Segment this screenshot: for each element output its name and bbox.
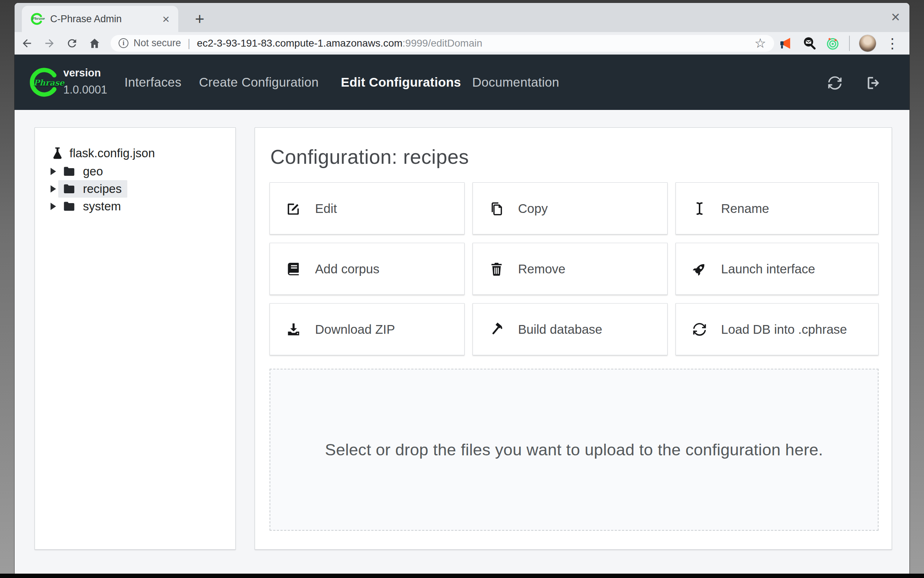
dropzone-hint: Select or drop the files you want to upl… [325,440,823,459]
profile-avatar[interactable] [859,35,876,52]
tree-root-label: flask.config.json [70,146,155,160]
url-host: ec2-3-93-191-83.compute-1.amazonaws.com [197,37,402,49]
security-status: Not secure [134,37,181,49]
page-title: Configuration: recipes [270,145,469,169]
copy-icon [489,201,504,216]
sign-out-icon [865,75,881,91]
action-grid: Edit Copy Rename Add corpus [270,182,879,355]
sign-out-button[interactable] [865,75,881,91]
load-db-button[interactable]: Load DB into .cphrase [676,303,879,355]
logo-script-text: Phrase [34,78,65,88]
cphrase-logo: Phrase [30,68,59,97]
edit-icon [286,201,301,216]
desktop-bottom-strip [0,574,924,578]
file-dropzone[interactable]: Select or drop the files you want to upl… [270,369,879,531]
nav-documentation[interactable]: Documentation [472,55,559,110]
refresh-button[interactable] [827,75,843,91]
edit-button[interactable]: Edit [270,182,464,234]
extensions-area: ⋮ [779,35,902,52]
config-tree-panel: flask.config.json geo recipes system [34,127,236,550]
flask-icon [50,146,65,160]
folder-icon [63,200,76,213]
url-path: :9999/editDomain [402,37,754,49]
browser-tab[interactable]: Phrase C-Phrase Admin × [22,6,178,32]
download-zip-button[interactable]: Download ZIP [270,303,464,355]
url-divider: | [188,37,191,49]
book-icon [286,261,301,277]
version-block: version 1.0.0001 [63,67,107,96]
tree-item-geo[interactable]: geo [50,163,235,180]
window-close-icon[interactable]: × [891,10,900,25]
rocket-icon [692,261,707,277]
folder-icon [63,182,76,195]
add-corpus-button[interactable]: Add corpus [270,243,464,295]
hammer-icon [489,322,504,337]
nav-edit-configurations[interactable]: Edit Configurations [341,55,461,110]
copy-button[interactable]: Copy [473,182,668,234]
version-label: version [63,67,107,79]
app-header: Phrase version 1.0.0001 Interfaces Creat… [15,55,909,110]
tab-close-icon[interactable]: × [162,13,170,25]
configuration-panel: Configuration: recipes Edit Copy Rename [255,127,892,550]
sync-icon [692,322,707,337]
cphrase-favicon-icon: Phrase [31,13,43,25]
build-database-button[interactable]: Build database [473,303,668,355]
tab-title: C-Phrase Admin [50,13,162,25]
back-button[interactable] [17,33,37,54]
site-info-icon[interactable]: i [118,38,128,48]
megaphone-extension-icon[interactable] [779,36,793,50]
forward-arrow-icon [43,37,56,49]
caret-right-icon[interactable] [50,168,56,175]
target-extension-icon[interactable] [826,36,840,50]
new-tab-button[interactable]: + [195,11,204,27]
reload-button[interactable] [62,33,82,54]
remove-button[interactable]: Remove [473,243,668,295]
trash-icon [489,261,504,277]
home-icon [88,37,101,49]
text-cursor-icon [692,201,707,216]
download-icon [286,322,301,337]
tab-strip: Phrase C-Phrase Admin × + × [15,3,909,32]
tree-item-system[interactable]: system [50,198,235,215]
browser-window: Phrase C-Phrase Admin × + × i Not secure… [15,3,909,574]
folder-label: system [83,200,121,213]
launch-interface-button[interactable]: Launch interface [676,243,879,295]
mail-search-extension-icon[interactable] [803,36,816,50]
reload-icon [66,37,78,49]
version-number: 1.0.0001 [63,83,107,96]
browser-toolbar: i Not secure | ec2-3-93-191-83.compute-1… [15,32,909,55]
folder-icon [63,165,76,178]
tree-item-flask-config[interactable]: flask.config.json [50,144,235,163]
nav-interfaces[interactable]: Interfaces [125,55,181,110]
sync-icon [827,75,843,91]
caret-right-icon[interactable] [50,185,56,193]
nav-create-configuration[interactable]: Create Configuration [199,55,319,110]
back-arrow-icon [21,37,33,49]
forward-button[interactable] [39,33,60,54]
caret-right-icon[interactable] [50,203,56,210]
rename-button[interactable]: Rename [676,182,879,234]
home-button[interactable] [84,33,105,54]
bookmark-star-icon[interactable]: ☆ [754,36,766,51]
toolbar-separator [849,36,850,51]
address-bar[interactable]: i Not secure | ec2-3-93-191-83.compute-1… [111,35,774,52]
folder-label: recipes [83,182,121,196]
folder-label: geo [83,164,103,179]
browser-menu-icon[interactable]: ⋮ [885,36,899,50]
tree-item-recipes[interactable]: recipes [50,180,235,198]
